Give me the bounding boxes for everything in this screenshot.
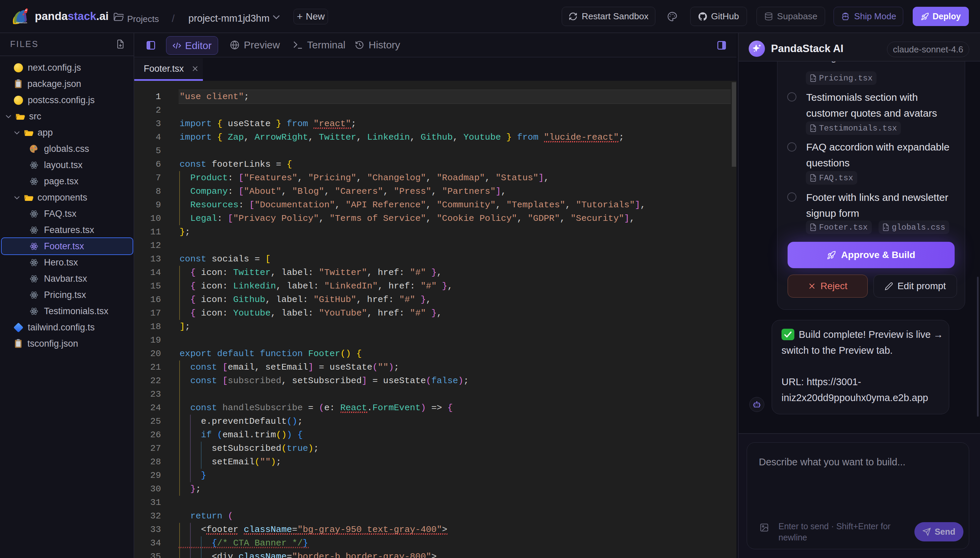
svg-text:PandaStack: PandaStack: [16, 21, 27, 24]
